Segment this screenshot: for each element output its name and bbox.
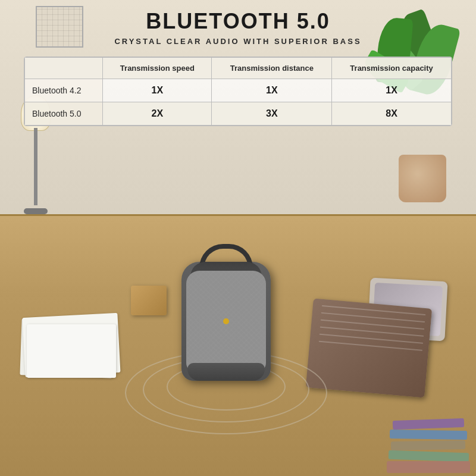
table-header-row: Transmission speed Transmission distance… <box>25 58 452 79</box>
notebook-lines <box>315 305 426 392</box>
book-5 <box>387 461 470 473</box>
wood-block <box>131 286 167 315</box>
bluetooth-title: BLUETOOTH 5.0 <box>146 9 330 34</box>
col-header-capacity: Transmission capacity <box>332 58 452 79</box>
book-4 <box>389 450 469 462</box>
papers <box>18 315 125 387</box>
bt42-speed: 1X <box>103 79 212 102</box>
book-2 <box>390 430 467 440</box>
speaker-fabric <box>186 271 266 372</box>
table-row: Bluetooth 4.2 1X 1X 1X <box>25 79 452 102</box>
table-row: Bluetooth 5.0 2X 3X 8X <box>25 102 452 126</box>
book-1 <box>393 418 464 430</box>
background: BLUETOOTH 5.0 CRYSTAL CLEAR AUDIO WITH S… <box>0 0 476 476</box>
comparison-table-wrapper: Transmission speed Transmission distance… <box>24 57 452 126</box>
content-overlay: BLUETOOTH 5.0 CRYSTAL CLEAR AUDIO WITH S… <box>0 0 476 220</box>
speaker-indicator-dot <box>223 318 229 324</box>
books-stack <box>369 405 476 476</box>
row-label-bt50: Bluetooth 5.0 <box>25 102 103 126</box>
bt50-capacity: 8X <box>332 102 452 126</box>
comparison-table: Transmission speed Transmission distance… <box>24 57 452 126</box>
bt42-distance: 1X <box>212 79 332 102</box>
paper-3 <box>27 324 116 378</box>
col-header-distance: Transmission distance <box>212 58 332 79</box>
book-3 <box>391 440 465 450</box>
bt50-speed: 2X <box>103 102 212 126</box>
bt50-distance: 3X <box>212 102 332 126</box>
speaker-body <box>181 262 271 381</box>
bt42-capacity: 1X <box>332 79 452 102</box>
bluetooth-speaker <box>167 232 286 399</box>
col-header-label <box>25 58 103 79</box>
speaker-bottom <box>187 363 265 381</box>
row-label-bt42: Bluetooth 4.2 <box>25 79 103 102</box>
bluetooth-subtitle: CRYSTAL CLEAR AUDIO WITH SUPERIOR BASS <box>114 37 361 46</box>
col-header-speed: Transmission speed <box>103 58 212 79</box>
